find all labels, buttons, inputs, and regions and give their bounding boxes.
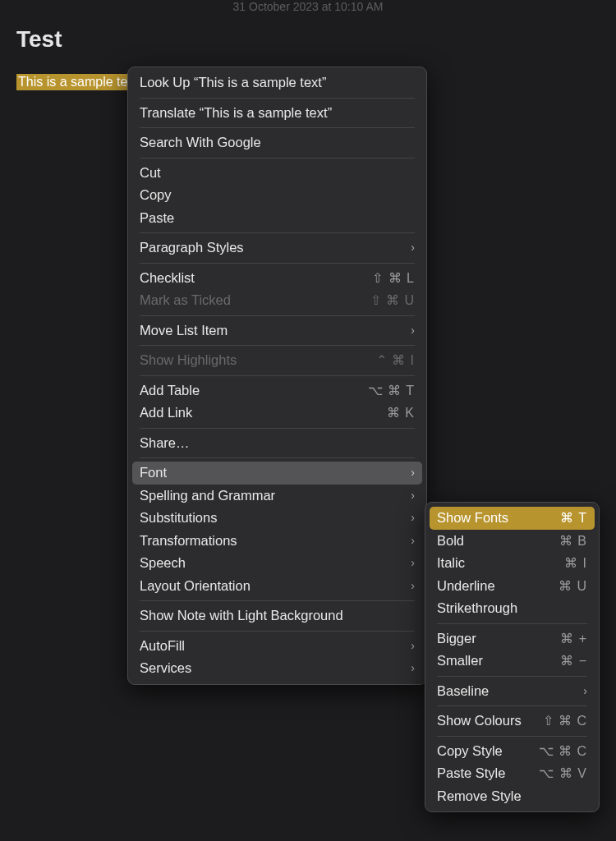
submenu-remove-style[interactable]: Remove Style	[425, 785, 599, 808]
selected-text[interactable]: This is a sample text	[16, 74, 141, 90]
chevron-right-icon: ›	[411, 487, 415, 505]
submenu-copy-style-label: Copy Style	[437, 742, 539, 761]
menu-translate[interactable]: Translate “This is a sample text”	[128, 102, 426, 125]
menu-highlights-label: Show Highlights	[140, 352, 376, 370]
note-title[interactable]: Test	[16, 26, 616, 53]
submenu-italic[interactable]: Italic⌘ I	[425, 552, 599, 575]
menu-separator	[140, 315, 415, 316]
menu-paste-label: Paste	[140, 209, 415, 227]
menu-checklist[interactable]: Checklist⇧ ⌘ L	[128, 267, 426, 290]
submenu-show-fonts[interactable]: Show Fonts⌘ T	[430, 507, 595, 530]
menu-add-table[interactable]: Add Table⌥ ⌘ T	[128, 379, 426, 402]
menu-show-highlights: Show Highlights⌃ ⌘ I	[128, 349, 426, 372]
submenu-underline-label: Underline	[437, 577, 559, 595]
submenu-strikethrough[interactable]: Strikethrough	[425, 597, 599, 620]
menu-separator	[140, 375, 415, 376]
submenu-underline[interactable]: Underline⌘ U	[425, 575, 599, 598]
submenu-smaller-shortcut: ⌘ −	[560, 652, 587, 670]
submenu-show-colours-shortcut: ⇧ ⌘ C	[543, 712, 587, 730]
submenu-bold-shortcut: ⌘ B	[559, 532, 587, 550]
menu-transformations[interactable]: Transformations›	[128, 530, 426, 553]
menu-mark-ticked-label: Mark as Ticked	[140, 292, 370, 310]
chevron-right-icon: ›	[411, 554, 415, 572]
chevron-right-icon: ›	[411, 532, 415, 550]
submenu-bigger-label: Bigger	[437, 630, 560, 648]
menu-separator	[140, 263, 415, 264]
menu-paragraph-styles[interactable]: Paragraph Styles›	[128, 237, 426, 260]
menu-translate-label: Translate “This is a sample text”	[140, 104, 415, 122]
chevron-right-icon: ›	[411, 464, 415, 482]
menu-copy-label: Copy	[140, 186, 415, 205]
submenu-smaller-label: Smaller	[437, 652, 560, 670]
menu-substitutions-label: Substitutions	[140, 509, 411, 527]
menu-font-label: Font	[140, 464, 411, 482]
menu-search-label: Search With Google	[140, 134, 415, 152]
menu-separator	[140, 428, 415, 429]
menu-light-background[interactable]: Show Note with Light Background	[128, 604, 426, 627]
submenu-show-fonts-label: Show Fonts	[437, 509, 560, 527]
menu-separator	[140, 631, 415, 632]
menu-checklist-label: Checklist	[140, 269, 372, 287]
submenu-underline-shortcut: ⌘ U	[559, 577, 587, 595]
menu-separator	[140, 345, 415, 346]
menu-lookup[interactable]: Look Up “This is a sample text”	[128, 71, 426, 94]
chevron-right-icon: ›	[583, 682, 587, 701]
menu-spelling-grammar[interactable]: Spelling and Grammar›	[128, 485, 426, 508]
submenu-italic-shortcut: ⌘ I	[564, 554, 587, 572]
menu-add-table-label: Add Table	[140, 382, 368, 400]
submenu-show-fonts-shortcut: ⌘ T	[560, 509, 587, 527]
menu-layout-orientation[interactable]: Layout Orientation›	[128, 575, 426, 598]
menu-copy[interactable]: Copy	[128, 184, 426, 207]
menu-substitutions[interactable]: Substitutions›	[128, 507, 426, 530]
submenu-show-colours[interactable]: Show Colours⇧ ⌘ C	[425, 710, 599, 733]
menu-lookup-label: Look Up “This is a sample text”	[140, 74, 415, 92]
menu-separator	[437, 736, 587, 737]
menu-mark-ticked: Mark as Ticked⇧ ⌘ U	[128, 289, 426, 312]
menu-paste[interactable]: Paste	[128, 207, 426, 230]
menu-separator	[140, 457, 415, 458]
menu-add-link[interactable]: Add Link⌘ K	[128, 402, 426, 425]
menu-speech[interactable]: Speech›	[128, 552, 426, 575]
menu-light-bg-label: Show Note with Light Background	[140, 607, 415, 625]
chevron-right-icon: ›	[411, 637, 415, 655]
menu-separator	[437, 676, 587, 677]
menu-share-label: Share…	[140, 434, 415, 453]
menu-separator	[140, 158, 415, 159]
submenu-copy-style[interactable]: Copy Style⌥ ⌘ C	[425, 740, 599, 763]
submenu-baseline[interactable]: Baseline›	[425, 680, 599, 703]
submenu-bold[interactable]: Bold⌘ B	[425, 530, 599, 553]
menu-separator	[140, 232, 415, 233]
menu-font[interactable]: Font›	[132, 462, 422, 485]
submenu-strikethrough-label: Strikethrough	[437, 600, 587, 618]
menu-autofill[interactable]: AutoFill›	[128, 635, 426, 658]
menu-add-table-shortcut: ⌥ ⌘ T	[368, 382, 415, 400]
menu-separator	[437, 705, 587, 706]
submenu-paste-style[interactable]: Paste Style⌥ ⌘ V	[425, 762, 599, 785]
menu-search-google[interactable]: Search With Google	[128, 131, 426, 154]
menu-separator	[140, 600, 415, 601]
chevron-right-icon: ›	[411, 577, 415, 595]
menu-separator	[140, 127, 415, 128]
submenu-copy-style-shortcut: ⌥ ⌘ C	[539, 742, 587, 761]
font-submenu: Show Fonts⌘ T Bold⌘ B Italic⌘ I Underlin…	[425, 502, 600, 812]
chevron-right-icon: ›	[411, 659, 415, 678]
submenu-smaller[interactable]: Smaller⌘ −	[425, 650, 599, 673]
menu-paragraph-label: Paragraph Styles	[140, 239, 411, 257]
menu-share[interactable]: Share…	[128, 432, 426, 455]
menu-spelling-label: Spelling and Grammar	[140, 487, 411, 505]
submenu-bold-label: Bold	[437, 532, 559, 550]
menu-cut[interactable]: Cut	[128, 162, 426, 185]
menu-services[interactable]: Services›	[128, 657, 426, 680]
submenu-baseline-label: Baseline	[437, 682, 583, 701]
submenu-bigger[interactable]: Bigger⌘ +	[425, 627, 599, 650]
submenu-bigger-shortcut: ⌘ +	[560, 630, 587, 648]
chevron-right-icon: ›	[411, 509, 415, 527]
menu-services-label: Services	[140, 659, 411, 678]
submenu-italic-label: Italic	[437, 554, 564, 572]
menu-mark-ticked-shortcut: ⇧ ⌘ U	[370, 292, 415, 310]
menu-separator	[140, 98, 415, 99]
menu-highlights-shortcut: ⌃ ⌘ I	[376, 352, 415, 370]
menu-autofill-label: AutoFill	[140, 637, 411, 655]
menu-move-list-item[interactable]: Move List Item›	[128, 319, 426, 342]
menu-checklist-shortcut: ⇧ ⌘ L	[372, 269, 415, 287]
